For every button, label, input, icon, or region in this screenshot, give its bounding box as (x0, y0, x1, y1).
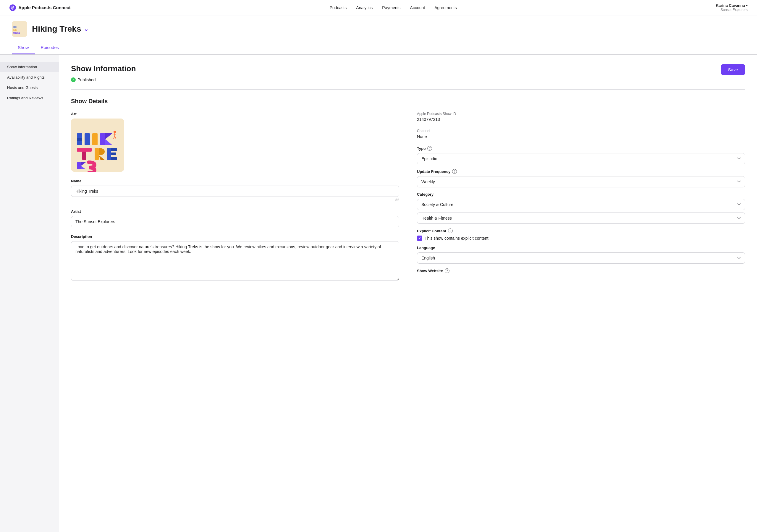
podcast-header: HIK ING TREKS Hiking Treks ⌄ Show Episod… (0, 15, 757, 55)
left-column: Art (71, 112, 399, 289)
svg-point-26 (113, 131, 116, 133)
user-menu[interactable]: Karina Cavanna ▾ Sunset Explorers (716, 3, 747, 12)
show-id-value: 2140797213 (417, 117, 745, 122)
user-subtitle: Sunset Explorers (721, 8, 747, 12)
podcast-name[interactable]: Hiking Treks ⌄ (32, 24, 89, 34)
divider (71, 89, 745, 90)
svg-rect-20 (111, 148, 117, 151)
user-name: Karina Cavanna ▾ (716, 3, 747, 8)
explicit-checkbox[interactable] (417, 236, 422, 241)
svg-rect-10 (85, 133, 90, 145)
nav-links: Podcasts Analytics Payments Account Agre… (82, 1, 704, 15)
svg-text:ING: ING (13, 29, 17, 31)
svg-rect-21 (111, 153, 116, 155)
top-nav: Apple Podcasts Connect Podcasts Analytic… (0, 0, 757, 15)
svg-text:HIK: HIK (13, 26, 16, 28)
show-id-group: Apple Podcasts Show ID 2140797213 (417, 112, 745, 122)
category-label: Category (417, 192, 745, 196)
char-count: 32 (71, 198, 399, 202)
podcast-name-chevron-icon: ⌄ (84, 25, 89, 33)
update-freq-field-group: Update Frequency ? Daily Weekly Biweekly… (417, 169, 745, 187)
type-field-group: Type ? Episodic Serial (417, 146, 745, 164)
main-layout: Show Information Availability and Rights… (0, 55, 757, 532)
show-id-label: Apple Podcasts Show ID (417, 112, 745, 116)
category-select-2[interactable]: Society & Culture Health & Fitness Techn… (417, 213, 745, 224)
update-freq-label: Update Frequency ? (417, 169, 745, 174)
type-help-icon[interactable]: ? (427, 146, 432, 151)
category-select-1[interactable]: Society & Culture Health & Fitness Techn… (417, 199, 745, 210)
right-column: Apple Podcasts Show ID 2140797213 Channe… (417, 112, 745, 289)
language-select[interactable]: English Spanish French German (417, 252, 745, 264)
svg-text:TREKS: TREKS (13, 32, 20, 34)
art-label: Art (71, 112, 399, 116)
show-art[interactable] (71, 119, 124, 172)
svg-rect-16 (82, 152, 86, 160)
content-area: Show Information Save Published Show Det… (59, 55, 757, 532)
details-grid: Art (71, 112, 745, 289)
website-label: Show Website ? (417, 268, 745, 273)
page-title: Show Information (71, 64, 136, 73)
channel-group: Channel None (417, 129, 745, 139)
description-label: Description (71, 234, 399, 239)
website-help-icon[interactable]: ? (445, 268, 449, 273)
artist-label: Artist (71, 209, 399, 214)
art-field-group: Art (71, 112, 399, 172)
save-button[interactable]: Save (721, 64, 745, 75)
explicit-content-group: Explicit Content ? This show contains ex… (417, 228, 745, 241)
nav-agreements[interactable]: Agreements (435, 1, 457, 15)
podcast-thumbnail: HIK ING TREKS (12, 21, 27, 37)
brand-label: Apple Podcasts Connect (18, 5, 71, 10)
brand[interactable]: Apple Podcasts Connect (10, 4, 71, 11)
page-header: Show Information Save (71, 64, 745, 75)
sidebar-item-ratings[interactable]: Ratings and Reviews (0, 93, 59, 103)
sidebar-item-hosts[interactable]: Hosts and Guests (0, 82, 59, 93)
published-status-icon (71, 77, 76, 82)
svg-rect-22 (111, 157, 117, 160)
svg-rect-19 (107, 148, 111, 160)
sidebar-item-availability[interactable]: Availability and Rights (0, 72, 59, 82)
podcast-title-row: HIK ING TREKS Hiking Treks ⌄ (12, 21, 745, 37)
status-row: Published (71, 77, 745, 82)
language-label: Language (417, 246, 745, 250)
svg-rect-12 (100, 133, 105, 145)
description-input[interactable]: Love to get outdoors and discover nature… (71, 241, 399, 281)
show-details-title: Show Details (71, 98, 745, 104)
artist-field-group: Artist (71, 209, 399, 227)
name-input[interactable] (71, 186, 399, 197)
svg-rect-11 (92, 133, 98, 145)
tab-show[interactable]: Show (12, 42, 35, 54)
chevron-down-icon: ▾ (746, 4, 747, 7)
sidebar-item-show-information[interactable]: Show Information (0, 62, 59, 72)
nav-podcasts[interactable]: Podcasts (330, 1, 347, 15)
category-field-group: Category Society & Culture Health & Fitn… (417, 192, 745, 224)
name-field-group: Name 32 (71, 179, 399, 202)
name-label: Name (71, 179, 399, 183)
explicit-checkbox-label: This show contains explicit content (425, 236, 489, 241)
update-freq-select[interactable]: Daily Weekly Biweekly Monthly (417, 176, 745, 187)
nav-payments[interactable]: Payments (382, 1, 400, 15)
sidebar: Show Information Availability and Rights… (0, 55, 59, 532)
type-select[interactable]: Episodic Serial (417, 153, 745, 164)
tab-episodes[interactable]: Episodes (35, 42, 65, 54)
apple-podcasts-icon (10, 4, 16, 11)
status-badge: Published (77, 77, 96, 82)
website-field-group: Show Website ? (417, 268, 745, 273)
update-freq-help-icon[interactable]: ? (452, 169, 457, 174)
svg-rect-15 (77, 148, 92, 152)
explicit-label: Explicit Content ? (417, 228, 745, 233)
nav-account[interactable]: Account (410, 1, 425, 15)
nav-analytics[interactable]: Analytics (356, 1, 373, 15)
artist-input[interactable] (71, 216, 399, 227)
svg-rect-9 (77, 138, 82, 141)
svg-rect-23 (77, 162, 81, 169)
description-field-group: Description Love to get outdoors and dis… (71, 234, 399, 282)
podcast-tabs: Show Episodes (12, 42, 745, 54)
channel-label: Channel (417, 129, 745, 133)
language-field-group: Language English Spanish French German (417, 246, 745, 264)
type-label: Type ? (417, 146, 745, 151)
explicit-help-icon[interactable]: ? (448, 228, 453, 233)
svg-rect-17 (95, 148, 99, 160)
channel-value: None (417, 134, 745, 139)
explicit-checkbox-row: This show contains explicit content (417, 236, 745, 241)
